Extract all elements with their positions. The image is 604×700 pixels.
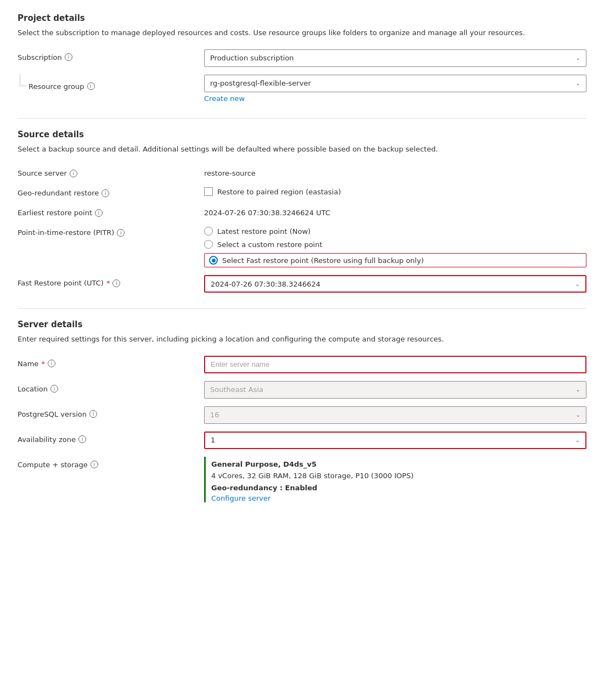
pitr-option2-label: Select a custom restore point — [217, 240, 323, 249]
subscription-dropdown[interactable]: Production subscription ⌄ — [204, 49, 586, 67]
location-control: Southeast Asia ⌄ — [204, 381, 586, 399]
pitr-radio-group: Latest restore point (Now) Select a cust… — [204, 225, 586, 267]
configure-server-link[interactable]: Configure server — [211, 494, 270, 502]
geo-redundant-checkbox-row: Restore to paired region (eastasia) — [204, 185, 586, 196]
subscription-info-icon[interactable]: i — [65, 53, 72, 61]
compute-storage-value: General Purpose, D4ds_v5 4 vCores, 32 Gi… — [204, 457, 586, 503]
availability-zone-info-icon[interactable]: i — [78, 435, 86, 443]
location-info-icon[interactable]: i — [50, 385, 58, 393]
server-name-label: Name * i — [18, 356, 204, 368]
section-divider-1 — [18, 118, 586, 119]
source-details-title: Source details — [18, 130, 586, 139]
server-name-required: * — [41, 360, 45, 368]
server-name-row: Name * i — [18, 356, 586, 373]
earliest-restore-row: Earliest restore point i 2024-07-26 07:3… — [18, 205, 586, 217]
source-server-row: Source server i restore-source — [18, 165, 586, 177]
pitr-option1-label: Latest restore point (Now) — [217, 227, 311, 236]
pitr-option1-radio[interactable] — [204, 227, 213, 236]
pitr-option2-radio[interactable] — [204, 240, 213, 249]
resource-group-label-container: Resource group i — [18, 75, 204, 91]
server-name-info-icon[interactable]: i — [48, 360, 55, 367]
compute-storage-control: General Purpose, D4ds_v5 4 vCores, 32 Gi… — [204, 457, 586, 503]
location-dropdown: Southeast Asia ⌄ — [204, 381, 586, 399]
geo-redundant-row: Geo-redundant restore i Restore to paire… — [18, 185, 586, 197]
compute-storage-label: Compute + storage i — [18, 457, 204, 469]
resource-group-dropdown[interactable]: rg-postgresql-flexible-server ⌄ — [204, 75, 586, 92]
availability-zone-chevron-icon: ⌄ — [575, 437, 580, 443]
availability-zone-dropdown[interactable]: 1 ⌄ — [204, 432, 586, 449]
postgresql-version-label: PostgreSQL version i — [18, 406, 204, 418]
earliest-restore-label: Earliest restore point i — [18, 205, 204, 217]
resource-group-chevron-icon: ⌄ — [576, 80, 580, 86]
fast-restore-dropdown[interactable]: 2024-07-26 07:30:38.3246624 ⌄ — [204, 275, 586, 293]
geo-redundant-control: Restore to paired region (eastasia) — [204, 185, 586, 196]
indent-line — [18, 79, 29, 86]
compute-storage-info-icon[interactable]: i — [91, 461, 98, 468]
earliest-restore-value: 2024-07-26 07:30:38.3246624 UTC — [204, 205, 586, 217]
server-name-control — [204, 356, 586, 373]
fast-restore-required: * — [106, 279, 110, 287]
project-details-desc: Select the subscription to manage deploy… — [18, 27, 586, 38]
create-new-link[interactable]: Create new — [204, 94, 245, 103]
earliest-restore-info-icon[interactable]: i — [95, 209, 103, 217]
source-details-desc: Select a backup source and detail. Addit… — [18, 144, 586, 155]
compute-specs: 4 vCores, 32 GiB RAM, 128 GiB storage, P… — [211, 471, 586, 481]
compute-tier: General Purpose, D4ds_v5 — [211, 459, 586, 470]
postgresql-version-control: 16 ⌄ — [204, 406, 586, 424]
availability-zone-row: Availability zone i 1 ⌄ — [18, 432, 586, 449]
l-line-decoration — [20, 74, 26, 86]
subscription-label: Subscription i — [18, 49, 204, 61]
pitr-option3-label: Select Fast restore point (Restore using… — [222, 256, 424, 265]
project-details-section: Project details Select the subscription … — [18, 13, 586, 103]
pitr-option3-row[interactable]: Select Fast restore point (Restore using… — [204, 253, 586, 267]
resource-group-info-icon[interactable]: i — [87, 82, 95, 90]
geo-redundant-info-icon[interactable]: i — [101, 189, 109, 197]
postgresql-version-info-icon[interactable]: i — [89, 410, 97, 418]
resource-group-control: rg-postgresql-flexible-server ⌄ Create n… — [204, 75, 586, 103]
fast-restore-info-icon[interactable]: i — [112, 279, 120, 287]
source-details-section: Source details Select a backup source an… — [18, 130, 586, 293]
geo-redundancy: Geo-redundancy : Enabled — [211, 483, 586, 494]
subscription-control: Production subscription ⌄ — [204, 49, 586, 67]
availability-zone-label: Availability zone i — [18, 432, 204, 444]
location-row: Location i Southeast Asia ⌄ — [18, 381, 586, 399]
compute-storage-row: Compute + storage i General Purpose, D4d… — [18, 457, 586, 503]
source-server-control: restore-source — [204, 165, 586, 177]
postgresql-version-row: PostgreSQL version i 16 ⌄ — [18, 406, 586, 424]
availability-zone-control: 1 ⌄ — [204, 432, 586, 449]
fast-restore-control: 2024-07-26 07:30:38.3246624 ⌄ — [204, 275, 586, 293]
server-details-desc: Enter required settings for this server,… — [18, 334, 586, 345]
pitr-row: Point-in-time-restore (PITR) i Latest re… — [18, 225, 586, 267]
source-server-info-icon[interactable]: i — [70, 170, 77, 177]
earliest-restore-control: 2024-07-26 07:30:38.3246624 UTC — [204, 205, 586, 217]
pitr-label: Point-in-time-restore (PITR) i — [18, 225, 204, 237]
location-chevron-icon: ⌄ — [576, 387, 580, 393]
indent-line-container: Resource group i — [18, 79, 95, 91]
location-label: Location i — [18, 381, 204, 393]
geo-redundant-checkbox[interactable] — [204, 187, 213, 196]
source-server-value: restore-source — [204, 165, 586, 177]
source-server-label: Source server i — [18, 165, 204, 177]
section-divider-2 — [18, 308, 586, 309]
fast-restore-row: Fast Restore point (UTC) * i 2024-07-26 … — [18, 275, 586, 293]
pitr-option3-radio[interactable] — [209, 256, 218, 265]
server-name-input[interactable] — [204, 356, 586, 373]
subscription-chevron-icon: ⌄ — [576, 55, 580, 61]
postgresql-version-dropdown: 16 ⌄ — [204, 406, 586, 424]
geo-redundant-checkbox-label: Restore to paired region (eastasia) — [217, 188, 341, 196]
pitr-control: Latest restore point (Now) Select a cust… — [204, 225, 586, 267]
geo-redundant-label: Geo-redundant restore i — [18, 185, 204, 197]
project-details-title: Project details — [18, 13, 586, 23]
pitr-info-icon[interactable]: i — [117, 229, 125, 237]
subscription-row: Subscription i Production subscription ⌄ — [18, 49, 586, 67]
pitr-option1-row[interactable]: Latest restore point (Now) — [204, 227, 586, 236]
postgresql-version-chevron-icon: ⌄ — [576, 412, 580, 418]
pitr-option2-row[interactable]: Select a custom restore point — [204, 240, 586, 249]
server-details-title: Server details — [18, 320, 586, 329]
server-details-section: Server details Enter required settings f… — [18, 320, 586, 502]
fast-restore-label: Fast Restore point (UTC) * i — [18, 275, 204, 287]
fast-restore-chevron-icon: ⌄ — [575, 281, 580, 287]
resource-group-row: Resource group i rg-postgresql-flexible-… — [18, 75, 586, 103]
